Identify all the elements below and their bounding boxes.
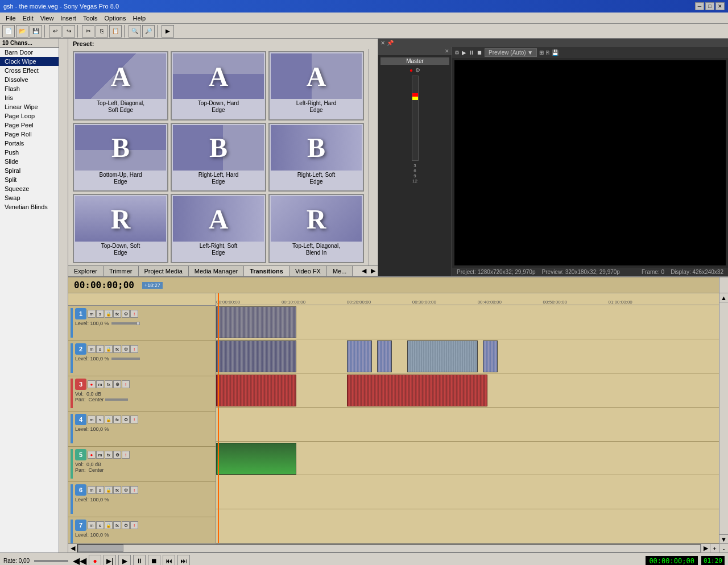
track-2-clip-5[interactable]: [483, 340, 498, 372]
track-1-motion[interactable]: ⚙: [122, 310, 130, 318]
track-5-fx[interactable]: fx: [105, 451, 113, 459]
track-6-lock[interactable]: 🔒: [105, 486, 113, 494]
track-3-motion[interactable]: ⚙: [113, 380, 121, 388]
redo-button[interactable]: ↪: [63, 25, 75, 38]
zoom-out-button[interactable]: 🔎: [142, 25, 155, 38]
trans-squeeze[interactable]: Squeeze: [0, 184, 59, 193]
maximize-button[interactable]: □: [705, 2, 714, 10]
transport-stop[interactable]: ⏹: [148, 555, 160, 566]
preset-rl-hard[interactable]: B Right-Left, HardEdge: [171, 123, 266, 192]
trans-page-loop[interactable]: Page Loop: [0, 111, 59, 121]
trans-spiral[interactable]: Spiral: [0, 166, 59, 175]
open-button[interactable]: 📂: [16, 25, 28, 38]
scroll-down-btn[interactable]: ▼: [719, 534, 728, 543]
preset-rl-soft[interactable]: B Right-Left, SoftEdge: [268, 123, 364, 192]
tab-project-media[interactable]: Project Media: [139, 266, 189, 276]
track-6-solo[interactable]: s: [96, 486, 104, 494]
track-3-slider[interactable]: [105, 398, 128, 401]
preset-scrollbar[interactable]: [369, 49, 378, 265]
track-6-content[interactable]: [216, 475, 719, 509]
mixer-close-icon[interactable]: ✕: [445, 48, 449, 54]
track-2-lock[interactable]: 🔒: [105, 345, 113, 353]
track-5-motion[interactable]: ⚙: [113, 451, 121, 459]
track-1-slider[interactable]: [111, 322, 140, 325]
menu-edit[interactable]: Edit: [19, 14, 37, 22]
track-2-mute[interactable]: m: [88, 345, 96, 353]
tab-more[interactable]: Me...: [327, 266, 353, 276]
track-6-fx[interactable]: fx: [113, 486, 121, 494]
track-2-clip-3[interactable]: [377, 340, 392, 372]
track-1-fx[interactable]: fx: [113, 310, 121, 318]
trans-flash[interactable]: Flash: [0, 84, 59, 93]
scroll-track-h[interactable]: [77, 544, 701, 552]
tab-nav-right[interactable]: ▶: [369, 266, 378, 276]
render-button[interactable]: ▶: [162, 25, 174, 38]
left-panel-scrollbar[interactable]: [59, 39, 68, 552]
preview-save-btn[interactable]: 💾: [552, 49, 559, 56]
track-7-motion[interactable]: ⚙: [122, 521, 130, 529]
preview-grid-btn[interactable]: ⊞: [539, 49, 544, 56]
track-7-mute[interactable]: m: [88, 521, 96, 529]
trans-dissolve[interactable]: Dissolve: [0, 75, 59, 84]
trans-barn-door[interactable]: Barn Door: [0, 48, 59, 57]
timeline-right-scrollbar[interactable]: ▲ ▼: [719, 293, 728, 543]
preview-close-btn[interactable]: ✕: [380, 40, 385, 46]
zoom-in-button[interactable]: 🔍: [129, 25, 141, 38]
track-3-record[interactable]: ●: [88, 380, 96, 388]
track-4-motion[interactable]: ⚙: [122, 416, 130, 423]
trans-split[interactable]: Split: [0, 175, 59, 184]
rate-slider[interactable]: [34, 560, 68, 562]
menu-tools[interactable]: Tools: [80, 14, 101, 22]
transport-prev[interactable]: ⏮: [163, 555, 175, 566]
scroll-thumb-h[interactable]: [78, 545, 123, 552]
minimize-button[interactable]: ─: [695, 2, 704, 10]
track-2-clip-4[interactable]: [407, 340, 478, 372]
preset-td-hard[interactable]: A Top-Down, HardEdge: [171, 51, 266, 121]
track-1-mute[interactable]: m: [88, 310, 96, 318]
menu-view[interactable]: View: [37, 14, 57, 22]
track-7-lock[interactable]: 🔒: [105, 521, 113, 529]
paste-button[interactable]: 📋: [109, 25, 122, 38]
tab-nav-left[interactable]: ◀: [359, 266, 369, 276]
preview-pin-btn[interactable]: 📌: [387, 40, 394, 46]
preview-tb-btn4[interactable]: ⏹: [477, 49, 482, 56]
trans-push[interactable]: Push: [0, 148, 59, 157]
cut-button[interactable]: ✂: [82, 25, 94, 38]
preset-bu-hard[interactable]: B Bottom-Up, HardEdge: [73, 123, 168, 192]
transport-pause[interactable]: ⏸: [133, 555, 146, 566]
track-4-lock[interactable]: 🔒: [105, 416, 113, 423]
track-5-content[interactable]: [216, 442, 719, 476]
track-7-content[interactable]: [216, 509, 719, 543]
track-6-motion[interactable]: ⚙: [122, 486, 130, 494]
scroll-up-btn[interactable]: ▲: [719, 293, 728, 302]
new-button[interactable]: 📄: [2, 25, 15, 38]
track-2-solo[interactable]: s: [96, 345, 104, 353]
preset-tl-blend[interactable]: R Top-Left, Diagonal,Blend In: [268, 194, 364, 263]
track-1-content[interactable]: [216, 305, 719, 339]
track-3-clip-1[interactable]: [216, 375, 296, 406]
undo-button[interactable]: ↩: [49, 25, 61, 38]
track-4-solo[interactable]: s: [96, 416, 104, 423]
close-button[interactable]: ✕: [715, 2, 725, 10]
track-1-solo[interactable]: s: [96, 310, 104, 318]
tab-media-manager[interactable]: Media Manager: [189, 266, 244, 276]
copy-button[interactable]: ⎘: [96, 25, 108, 38]
save-button[interactable]: 💾: [30, 25, 42, 38]
trans-venetian-blinds[interactable]: Venetian Blinds: [0, 202, 59, 211]
tab-video-fx[interactable]: Video FX: [289, 266, 327, 276]
track-3-content[interactable]: [216, 373, 719, 408]
tab-transitions[interactable]: Transitions: [244, 266, 289, 276]
transport-home[interactable]: ◀◀: [73, 555, 86, 565]
tab-explorer[interactable]: Explorer: [68, 266, 104, 276]
menu-insert[interactable]: Insert: [57, 14, 80, 22]
preview-tb-btn1[interactable]: ⚙: [454, 49, 460, 56]
trans-page-peel[interactable]: Page Peel: [0, 121, 59, 130]
track-4-content[interactable]: [216, 408, 719, 442]
track-4-mute[interactable]: m: [88, 416, 96, 423]
preset-lr-hard[interactable]: A Left-Right, HardEdge: [268, 51, 364, 121]
transport-record[interactable]: ●: [89, 555, 101, 566]
track-2-clip-1[interactable]: [216, 340, 296, 372]
trans-cross-effect[interactable]: Cross Effect: [0, 66, 59, 75]
track-1-lock[interactable]: 🔒: [105, 310, 113, 318]
preview-dropdown[interactable]: Preview (Auto) ▼: [485, 48, 537, 57]
